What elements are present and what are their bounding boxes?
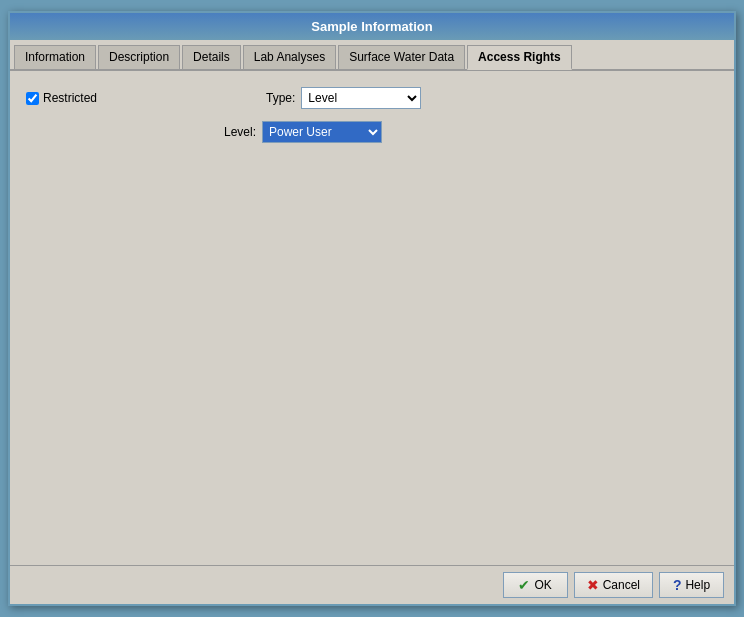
level-select[interactable]: Power User User Admin Read Only	[262, 121, 382, 143]
content-area: Restricted Type: Level User Group Level:…	[10, 71, 734, 565]
ok-button[interactable]: ✔ OK	[503, 572, 568, 598]
ok-icon: ✔	[518, 577, 530, 593]
title-bar: Sample Information	[10, 13, 734, 40]
type-select[interactable]: Level User Group	[301, 87, 421, 109]
tab-access-rights[interactable]: Access Rights	[467, 45, 572, 70]
level-label: Level:	[206, 125, 256, 139]
restricted-checkbox[interactable]	[26, 92, 39, 105]
help-label: Help	[685, 578, 710, 592]
cancel-icon: ✖	[587, 577, 599, 593]
dialog-title: Sample Information	[311, 19, 432, 34]
ok-label: OK	[534, 578, 551, 592]
button-bar: ✔ OK ✖ Cancel ? Help	[10, 565, 734, 604]
type-label: Type:	[266, 91, 295, 105]
tab-bar: Information Description Details Lab Anal…	[10, 40, 734, 71]
tab-information[interactable]: Information	[14, 45, 96, 70]
restricted-checkbox-container: Restricted	[26, 91, 206, 105]
dialog: Sample Information Information Descripti…	[8, 11, 736, 606]
help-button[interactable]: ? Help	[659, 572, 724, 598]
level-row: Level: Power User User Admin Read Only	[206, 121, 718, 143]
tab-details[interactable]: Details	[182, 45, 241, 70]
tab-surface-water-data[interactable]: Surface Water Data	[338, 45, 465, 70]
cancel-button[interactable]: ✖ Cancel	[574, 572, 653, 598]
tab-description[interactable]: Description	[98, 45, 180, 70]
cancel-label: Cancel	[603, 578, 640, 592]
restricted-row: Restricted Type: Level User Group	[26, 87, 718, 109]
restricted-label: Restricted	[43, 91, 97, 105]
tab-lab-analyses[interactable]: Lab Analyses	[243, 45, 336, 70]
help-icon: ?	[673, 577, 682, 593]
